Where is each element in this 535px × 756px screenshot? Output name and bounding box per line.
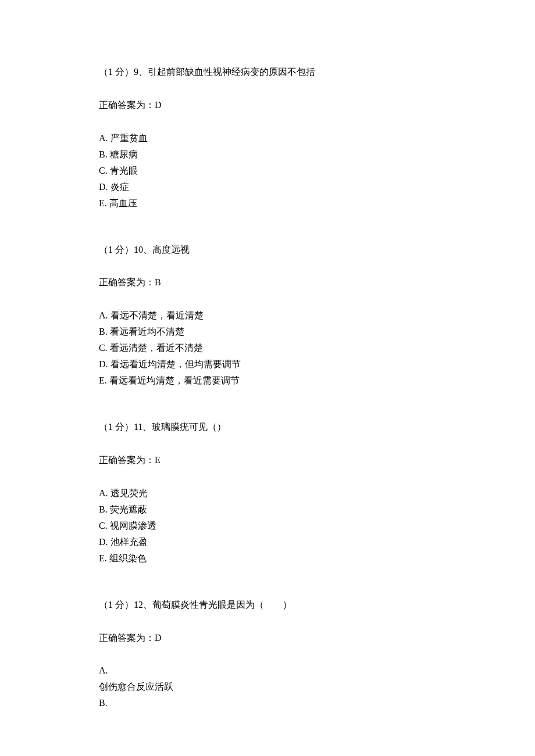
question-12: （1 分）12、葡萄膜炎性青光眼是因为（ ） 正确答案为：D A. 创伤愈合反应… — [99, 597, 436, 712]
option-b: B. 糖尿病 — [99, 146, 436, 163]
options-list: A. 严重贫血 B. 糖尿病 C. 青光眼 D. 炎症 E. 高血压 — [99, 130, 436, 212]
question-11: （1 分）11、玻璃膜疣可见（） 正确答案为：E A. 透见荧光 B. 荧光遮蔽… — [99, 419, 436, 567]
question-9: （1 分）9、引起前部缺血性视神经病变的原因不包括 正确答案为：D A. 严重贫… — [99, 64, 436, 212]
option-a: A. 透见荧光 — [99, 485, 436, 501]
option-a: A. 看远不清楚，看近清楚 — [99, 307, 436, 324]
option-d: D. 看远看近均清楚，但均需要调节 — [99, 356, 436, 372]
options-list: A. 透见荧光 B. 荧光遮蔽 C. 视网膜渗透 D. 池样充盈 E. 组织染色 — [99, 485, 436, 567]
option-b-label: B. — [99, 695, 436, 711]
options-list: A. 创伤愈合反应活跃 B. — [99, 662, 436, 711]
correct-answer: 正确答案为：D — [99, 97, 436, 114]
option-a-label: A. — [99, 662, 436, 679]
options-list: A. 看远不清楚，看近清楚 B. 看远看近均不清楚 C. 看远清楚，看近不清楚 … — [99, 307, 436, 389]
option-d: D. 池样充盈 — [99, 534, 436, 550]
question-header: （1 分）9、引起前部缺血性视神经病变的原因不包括 — [99, 64, 436, 81]
correct-answer: 正确答案为：B — [99, 274, 436, 291]
option-b: B. 荧光遮蔽 — [99, 501, 436, 518]
correct-answer: 正确答案为：E — [99, 452, 436, 469]
option-d: D. 炎症 — [99, 179, 436, 195]
option-a-text: 创伤愈合反应活跃 — [99, 679, 436, 695]
option-e: E. 组织染色 — [99, 550, 436, 567]
option-a: A. 严重贫血 — [99, 130, 436, 146]
option-c: C. 看远清楚，看近不清楚 — [99, 340, 436, 356]
option-b: B. 看远看近均不清楚 — [99, 324, 436, 340]
option-c: C. 视网膜渗透 — [99, 518, 436, 534]
correct-answer: 正确答案为：D — [99, 630, 436, 647]
question-header: （1 分）12、葡萄膜炎性青光眼是因为（ ） — [99, 597, 436, 614]
option-e: E. 看远看近均清楚，看近需要调节 — [99, 372, 436, 389]
question-10: （1 分）10、高度远视 正确答案为：B A. 看远不清楚，看近清楚 B. 看远… — [99, 242, 436, 389]
question-header: （1 分）10、高度远视 — [99, 242, 436, 259]
option-e: E. 高血压 — [99, 195, 436, 212]
question-header: （1 分）11、玻璃膜疣可见（） — [99, 419, 436, 436]
option-c: C. 青光眼 — [99, 163, 436, 179]
